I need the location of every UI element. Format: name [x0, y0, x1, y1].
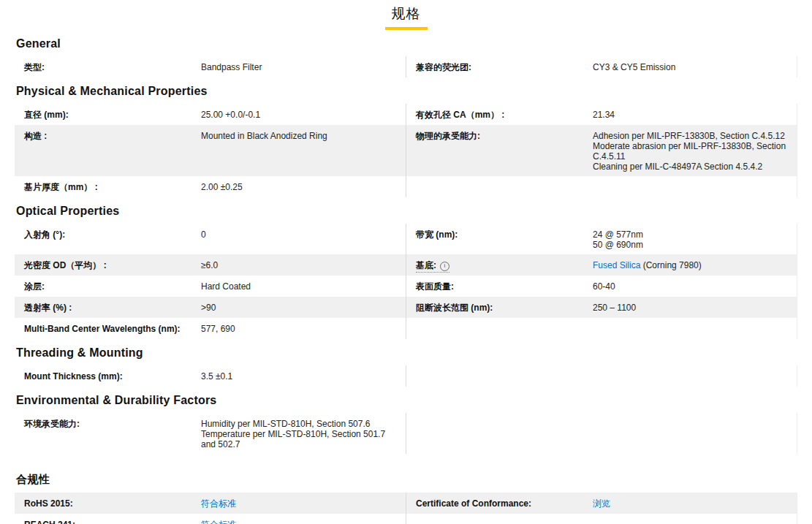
spec-label-text: 直径 (mm):	[24, 110, 69, 120]
spec-row: 构造 :Mounted in Black Anodized Ring物理的承受能…	[15, 125, 797, 176]
spec-value: 25.00 +0.0/-0.1	[201, 110, 406, 120]
spec-cell-right: 带宽 (nm):24 @ 577nm50 @ 690nm	[406, 224, 797, 254]
value-line: 50 @ 690nm	[593, 240, 786, 250]
spec-label: 涂层:	[24, 281, 201, 292]
spec-row: 直径 (mm):25.00 +0.0/-0.1有效孔径 CA（mm） :21.3…	[15, 104, 797, 125]
spec-label-wrap: Certificate of Conformance:	[416, 498, 531, 509]
spec-label-wrap: Multi-Band Center Wavelengths (nm):	[24, 324, 181, 334]
spec-label-text: 基片厚度（mm） :	[24, 182, 98, 192]
spec-label-text: 带宽 (nm):	[416, 229, 458, 240]
spec-cell-left: 基片厚度（mm） :2.00 ±0.25	[15, 176, 406, 197]
value-line: CY3 & CY5 Emission	[593, 62, 786, 72]
value-line: 21.34	[593, 110, 786, 120]
value-link[interactable]: 符合标准	[201, 498, 236, 509]
value-line: Adhesion per MIL-PRF-13830B, Section C.4…	[593, 131, 786, 141]
spec-label: 表面质量:	[416, 281, 593, 292]
spec-cell-right: 物理的承受能力:Adhesion per MIL-PRF-13830B, Sec…	[406, 125, 797, 176]
spec-label: 带宽 (nm):	[416, 229, 593, 240]
spec-value: Bandpass Filter	[201, 62, 406, 72]
spec-cell-left: 透射率 (%) :>90	[15, 297, 406, 318]
spec-value: 250 – 1100	[593, 303, 797, 313]
spec-cell-left: REACH 241:符合标准	[15, 514, 406, 524]
spec-label: 光密度 OD（平均） :	[24, 260, 201, 270]
spec-label-text: 表面质量:	[416, 281, 454, 292]
spec-table: General类型:Bandpass Filter兼容的荧光团:CY3 & CY…	[15, 37, 797, 524]
spec-value: 21.34	[593, 110, 797, 120]
spec-label-wrap: 构造 :	[24, 131, 47, 141]
spec-label-wrap: 兼容的荧光团:	[416, 62, 471, 72]
value-line: Hard Coated	[201, 281, 395, 292]
value-line: Bandpass Filter	[201, 62, 395, 72]
value-line: 250 – 1100	[593, 303, 786, 313]
section-heading-physical-mechanical: Physical & Mechanical Properties	[16, 85, 797, 98]
value-line: 577, 690	[201, 324, 395, 334]
value-line: 3.5 ±0.1	[201, 371, 395, 381]
section-heading-compliance: 合规性	[16, 473, 797, 487]
spec-label-text: 透射率 (%) :	[24, 303, 72, 313]
spec-label-text: 涂层:	[24, 281, 45, 292]
value-line: >90	[201, 303, 395, 313]
spec-label: 阻断波长范围 (nm):	[416, 303, 593, 313]
value-line: Moderate abrasion per MIL-PRF-13830B, Se…	[593, 141, 786, 162]
spec-label-wrap: 涂层:	[24, 281, 45, 292]
spec-value: 符合标准	[201, 520, 406, 524]
value-link[interactable]: 符合标准	[201, 520, 236, 524]
spec-value: 3.5 ±0.1	[201, 371, 406, 381]
spec-label-wrap: 有效孔径 CA（mm） :	[416, 110, 504, 120]
spec-label-wrap: REACH 241:	[24, 520, 75, 524]
spec-label-wrap: Mount Thickness (mm):	[24, 371, 123, 381]
spec-value: CY3 & CY5 Emission	[593, 62, 797, 72]
value-line: Cleaning per MIL-C-48497A Section 4.5.4.…	[593, 162, 786, 172]
spec-label: 入射角 (°):	[24, 229, 201, 240]
value-line: Humidity per MIL-STD-810H, Section 507.6	[201, 419, 395, 429]
spec-cell-left: Mount Thickness (mm):3.5 ±0.1	[15, 365, 406, 387]
value-line: ≥6.0	[201, 260, 395, 270]
info-circle-icon[interactable]: i	[440, 262, 449, 271]
value-line: Mounted in Black Anodized Ring	[201, 131, 395, 141]
spec-label-text: Mount Thickness (mm):	[24, 371, 123, 381]
spec-value: Mounted in Black Anodized Ring	[201, 131, 406, 141]
spec-label: 基底:i	[416, 260, 593, 271]
spec-label-wrap: 环境承受能力:	[24, 419, 80, 429]
spec-cell-right: 表面质量:60-40	[406, 276, 797, 297]
spec-label-text: 物理的承受能力:	[416, 131, 480, 141]
spec-row: REACH 241:符合标准	[15, 514, 797, 524]
spec-label-text: 构造 :	[24, 131, 47, 141]
value-link[interactable]: Fused Silica	[593, 260, 640, 270]
spec-cell-right: 基底:iFused Silica (Corning 7980)	[406, 254, 797, 276]
spec-label-text: Certificate of Conformance:	[416, 498, 531, 509]
spec-page: 规格 General类型:Bandpass Filter兼容的荧光团:CY3 &…	[0, 0, 812, 524]
spec-label-text: 有效孔径 CA（mm） :	[416, 110, 504, 120]
value-line: 60-40	[593, 281, 786, 292]
spec-label-wrap: 光密度 OD（平均） :	[24, 260, 107, 270]
value-line: 0	[201, 229, 395, 240]
spec-row: Mount Thickness (mm):3.5 ±0.1	[15, 365, 797, 387]
section-heading-threading-mounting: Threading & Mounting	[16, 346, 797, 360]
value-link[interactable]: 浏览	[593, 498, 610, 509]
spec-label-wrap: 阻断波长范围 (nm):	[416, 303, 493, 313]
spec-label-text: 类型:	[24, 62, 45, 72]
spec-label-text: 基底:	[416, 260, 436, 270]
spec-label: 类型:	[24, 62, 201, 72]
spec-row: RoHS 2015:符合标准Certificate of Conformance…	[15, 493, 797, 514]
value-line: Temperature per MIL-STD-810H, Section 50…	[201, 429, 395, 449]
spec-label: RoHS 2015:	[24, 498, 201, 509]
spec-cell-left: 直径 (mm):25.00 +0.0/-0.1	[15, 104, 406, 125]
spec-label-wrap: 入射角 (°):	[24, 229, 65, 240]
spec-row: 入射角 (°):0带宽 (nm):24 @ 577nm50 @ 690nm	[15, 224, 797, 254]
section-heading-general: General	[16, 37, 797, 50]
page-title: 规格	[385, 3, 428, 30]
spec-label: 兼容的荧光团:	[416, 62, 593, 72]
spec-row: 光密度 OD（平均） :≥6.0基底:iFused Silica (Cornin…	[15, 254, 797, 276]
spec-cell-left: 环境承受能力:Humidity per MIL-STD-810H, Sectio…	[15, 413, 406, 454]
spec-label: 环境承受能力:	[24, 419, 201, 429]
spec-value: Adhesion per MIL-PRF-13830B, Section C.4…	[593, 131, 797, 172]
spec-label-text: 光密度 OD（平均） :	[24, 260, 107, 270]
spec-row: 类型:Bandpass Filter兼容的荧光团:CY3 & CY5 Emiss…	[15, 56, 797, 77]
spec-row: 透射率 (%) :>90阻断波长范围 (nm):250 – 1100	[15, 297, 797, 318]
spec-label: 基片厚度（mm） :	[24, 182, 201, 192]
spec-cell-right	[406, 318, 797, 339]
spec-row: Multi-Band Center Wavelengths (nm):577, …	[15, 318, 797, 339]
spec-value: 577, 690	[201, 324, 406, 334]
spec-cell-right: 阻断波长范围 (nm):250 – 1100	[406, 297, 797, 318]
